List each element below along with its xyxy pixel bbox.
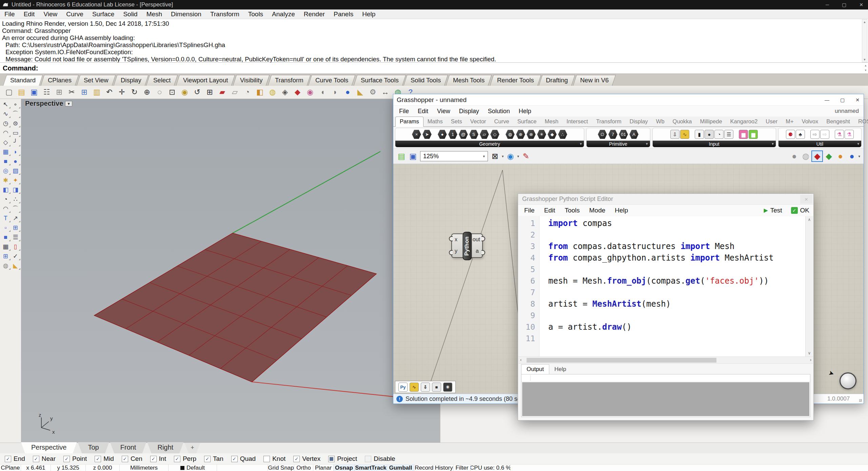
scroll-down-icon[interactable]: ▼ <box>863 58 866 61</box>
zoom-selected-icon[interactable]: ◉ <box>180 88 190 97</box>
sidebar-tool-icon[interactable]: T <box>1 214 11 223</box>
checkbox-icon[interactable] <box>263 456 270 462</box>
toolbar-tab-set-view[interactable]: Set View <box>77 75 116 86</box>
sidebar-tool-icon[interactable]: ✦ <box>11 176 20 185</box>
toolbar-tab-viewport-layout[interactable]: Viewport Layout <box>176 75 235 86</box>
gh-tab-mesh[interactable]: Mesh <box>541 117 563 126</box>
gh-tab-volvox[interactable]: Volvox <box>798 117 823 126</box>
gh-component-icon[interactable]: A <box>629 129 639 139</box>
canvas-nav-sphere[interactable] <box>840 372 856 389</box>
sidebar-tool-icon[interactable]: ■ <box>1 157 11 166</box>
undo-view-icon[interactable]: ↺ <box>192 88 202 97</box>
command-history-scrollbar[interactable]: ▲▼ <box>862 19 867 62</box>
toolbar-tab-curve-tools[interactable]: Curve Tools <box>308 75 356 86</box>
gh-component-icon[interactable]: ⚗ <box>835 130 844 139</box>
toolbar-tab-standard[interactable]: Standard <box>3 75 43 86</box>
sidebar-tool-icon[interactable]: ▫ <box>1 223 11 232</box>
osnap-point[interactable]: ✓Point <box>63 455 87 463</box>
editor-menu-file[interactable]: File <box>519 207 539 214</box>
gh-component-icon[interactable]: @ <box>458 129 468 139</box>
preview-wire-icon[interactable]: ◍ <box>801 151 811 161</box>
gh-menu-view[interactable]: View <box>433 108 455 115</box>
color-wheel-icon[interactable]: ◉ <box>305 88 315 97</box>
gh-component-icon[interactable]: ▆ <box>749 130 758 139</box>
sidebar-tool-icon[interactable]: ● <box>11 157 20 166</box>
graph-mapper-icon[interactable]: ∿ <box>410 383 419 392</box>
gh-component-icon[interactable]: 01 <box>618 129 628 139</box>
close-button[interactable]: ✕ <box>859 2 863 7</box>
gh-menu-display[interactable]: Display <box>455 108 484 115</box>
shade-icon[interactable]: ▰ <box>217 88 227 97</box>
gh-component-icon[interactable]: × <box>412 129 421 139</box>
menu-help[interactable]: Help <box>358 11 380 18</box>
scrollbar-thumb[interactable] <box>527 358 716 363</box>
sidebar-tool-icon[interactable]: ✱ <box>1 176 11 185</box>
zoom-window-icon[interactable]: ⊡ <box>167 88 177 97</box>
sidebar-tool-icon[interactable]: ▨ <box>11 166 20 175</box>
gh-component-icon[interactable]: ∿ <box>680 130 689 139</box>
toolbar-tab-select[interactable]: Select <box>146 75 178 86</box>
osnap-disable[interactable]: Disable <box>365 455 395 463</box>
sidebar-tool-icon[interactable]: ╯ <box>11 138 20 147</box>
toolbar-tab-mesh-tools[interactable]: Mesh Tools <box>446 75 492 86</box>
sidebar-tool-icon[interactable]: ◷ <box>1 119 11 128</box>
gh-tab-surface[interactable]: Surface <box>513 117 541 126</box>
mesh-settings-icon[interactable]: ✳ <box>443 383 452 392</box>
scroll-up-icon[interactable]: ▲ <box>863 20 866 24</box>
status-cplane[interactable]: CPlane <box>0 465 21 471</box>
osnap-quad[interactable]: ✓Quad <box>231 455 256 463</box>
rotate-view-icon[interactable]: ↻ <box>130 88 139 97</box>
gh-component-icon[interactable]: ♣ <box>796 130 805 139</box>
checkbox-icon[interactable]: ✓ <box>63 456 70 462</box>
menu-file[interactable]: File <box>0 11 19 18</box>
python-component-capsule[interactable]: Python <box>462 232 472 260</box>
gh-component-icon[interactable]: ∴ <box>558 129 568 139</box>
gh-component-icon[interactable]: ☰ <box>724 130 733 139</box>
viewport-title[interactable]: Perspective ▼ <box>25 100 72 107</box>
editor-titlebar[interactable]: Grasshopper Python Script Editor ✕ <box>518 194 813 205</box>
checkbox-icon[interactable]: ✓ <box>150 456 157 462</box>
gh-component-icon[interactable]: ▮ <box>695 130 704 139</box>
python-component[interactable]: Python xyouta <box>451 233 483 258</box>
resize-grip[interactable] <box>859 399 862 402</box>
status-planar[interactable]: Planar <box>313 465 334 471</box>
toolbar-tab-cplanes[interactable]: CPlanes <box>41 75 79 86</box>
gh-group-label-primitive[interactable]: Primitive▾ <box>587 141 650 147</box>
sidebar-tool-icon[interactable]: ☰ <box>11 233 20 242</box>
gh-component-icon[interactable]: ▆ <box>739 130 748 139</box>
gh-maximize-button[interactable]: ▢ <box>840 97 845 103</box>
sidebar-tool-icon[interactable]: ∘ <box>11 100 20 109</box>
sidebar-tool-icon[interactable]: ◎ <box>1 166 11 175</box>
gh-group-label-input[interactable]: Input▾ <box>653 141 776 147</box>
layer-state-icon[interactable]: ◧ <box>255 88 265 97</box>
status-y-15-325[interactable]: y 15.325 <box>51 465 86 471</box>
gh-component-icon[interactable]: ▱ <box>479 129 489 139</box>
gh-component-icon[interactable]: ● <box>437 129 447 139</box>
status-x-6-461[interactable]: x 6.461 <box>21 465 51 471</box>
sidebar-tool-icon[interactable]: ⊜ <box>11 119 20 128</box>
viewport-layout-icon[interactable]: ⊞ <box>205 88 215 97</box>
status-osnap[interactable]: Osnap <box>334 465 355 471</box>
toolbar-tab-drafting[interactable]: Drafting <box>539 75 575 86</box>
gh-tab-m[interactable]: M+ <box>782 117 797 126</box>
perspective-viewport[interactable]: Perspective ▼ zyx <box>21 99 440 443</box>
lock-icon[interactable]: ◈ <box>280 88 290 97</box>
sidebar-tool-icon[interactable]: ■ <box>1 233 11 242</box>
sidebar-tool-icon[interactable]: ▦ <box>1 242 11 251</box>
mouse-right-icon[interactable]: ◗ <box>330 88 340 97</box>
status-filter[interactable]: Filter <box>454 465 471 471</box>
checkbox-icon[interactable]: ✓ <box>204 456 211 462</box>
zoom-level-dropdown[interactable]: 125% ▾ <box>420 151 488 161</box>
checkbox-icon[interactable]: ✓ <box>5 456 11 462</box>
python-icon[interactable]: Py <box>398 383 408 392</box>
gh-component-icon[interactable]: ⇨ <box>820 130 829 139</box>
save-file-icon[interactable]: ▣ <box>29 88 39 97</box>
code-area[interactable]: 1234567891011 import compas from compas.… <box>518 216 813 356</box>
osnap-vertex[interactable]: ✓Vertex <box>293 455 320 463</box>
menu-mesh[interactable]: Mesh <box>142 11 166 18</box>
viewport-tab-front[interactable]: Front <box>110 442 146 453</box>
checkbox-icon[interactable]: ✓ <box>95 456 101 462</box>
osnap-knot[interactable]: Knot <box>263 455 285 463</box>
gh-group-label-geometry[interactable]: Geometry▾ <box>395 141 584 147</box>
preview-off-icon[interactable]: ● <box>789 151 799 161</box>
